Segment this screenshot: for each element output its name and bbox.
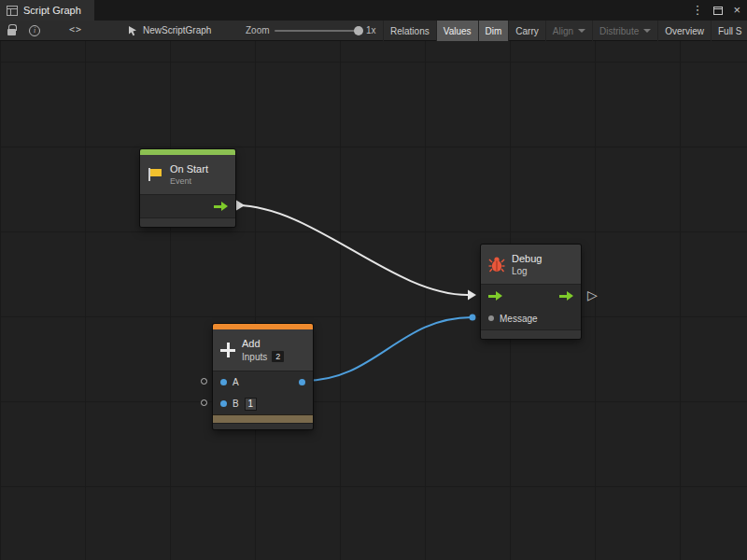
port-label: Message [500, 314, 538, 324]
button-label: Carry [515, 26, 538, 36]
message-input-port[interactable] [488, 315, 494, 321]
node-debug-log[interactable]: Debug Log Message [481, 245, 581, 339]
trigger-input-port[interactable] [488, 291, 502, 301]
graph-toolbar: i <> NewScriptGraph Zoom 1x Relations Va… [0, 21, 747, 41]
code-icon[interactable]: <> [69, 24, 82, 35]
node-header[interactable]: Add Inputs 2 [213, 329, 313, 371]
toolbar-buttons: Relations Values Dim Carry Align Distrib… [383, 21, 747, 41]
zoom-slider-handle[interactable] [354, 26, 363, 35]
window-controls: ⋮ × [691, 0, 740, 21]
node-subtitle: Inputs [242, 352, 267, 362]
inputs-count-badge[interactable]: 2 [272, 351, 284, 362]
tab-title: Script Graph [23, 5, 81, 16]
node-header[interactable]: Debug Log [481, 245, 581, 284]
port-label: A [233, 377, 239, 387]
value-preview-dot [201, 399, 207, 406]
graph-window-icon [7, 6, 18, 16]
toolbar-button-dim[interactable]: Dim [478, 21, 509, 41]
node-title: On Start [170, 163, 208, 175]
node-add[interactable]: Add Inputs 2 A B 1 [213, 324, 313, 429]
button-label: Dim [486, 26, 502, 36]
node-footer [213, 423, 313, 429]
tab-script-graph[interactable]: Script Graph [0, 0, 94, 21]
toolbar-button-align[interactable]: Align [545, 21, 592, 41]
node-title: Add [242, 338, 284, 349]
close-icon[interactable]: × [733, 0, 740, 21]
node-ports: Message [481, 284, 581, 329]
toolbar-button-values[interactable]: Values [436, 21, 478, 41]
button-label: Relations [390, 26, 430, 36]
toolbar-button-overview[interactable]: Overview [657, 21, 711, 41]
button-label: Values [444, 26, 472, 36]
toolbar-button-carry[interactable]: Carry [508, 21, 544, 41]
input-port-a[interactable] [220, 379, 227, 385]
toolbar-button-relations[interactable]: Relations [383, 21, 436, 41]
node-footer [140, 217, 235, 227]
run-triangle-icon[interactable]: ▷ [587, 288, 598, 301]
zoom-slider[interactable] [275, 30, 360, 32]
node-ports: A B 1 [213, 371, 313, 414]
node-ports [140, 194, 235, 217]
lock-icon[interactable] [7, 29, 16, 35]
dropdown-arrow-icon [643, 29, 651, 33]
result-output-port[interactable] [299, 379, 305, 385]
dropdown-arrow-icon [578, 29, 585, 33]
zoom-value: 1x [366, 21, 376, 41]
button-label: Full S [718, 26, 742, 36]
wire-end-arrow [468, 290, 476, 301]
toolbar-button-distribute[interactable]: Distribute [592, 21, 657, 41]
graph-asset-icon [127, 25, 138, 36]
node-subtitle: Log [512, 266, 542, 276]
trigger-output-port[interactable] [559, 291, 573, 301]
bug-icon [488, 257, 505, 273]
wire-value[interactable] [304, 317, 472, 381]
node-header[interactable]: On Start Event [140, 155, 235, 194]
wire-start-arrow [236, 201, 245, 211]
info-icon[interactable]: i [29, 25, 40, 36]
plus-icon [220, 343, 235, 357]
toolbar-button-fullscreen[interactable]: Full S [711, 21, 747, 41]
maximize-icon[interactable] [713, 7, 723, 15]
node-footer-accent [213, 414, 313, 423]
port-b-value-field[interactable]: 1 [245, 398, 257, 411]
graph-name-breadcrumb[interactable]: NewScriptGraph [143, 21, 211, 41]
node-title: Debug [512, 253, 542, 264]
trigger-output-port[interactable] [214, 202, 228, 212]
node-subtitle: Event [170, 176, 208, 186]
script-graph-window: Script Graph ⋮ × i <> NewScriptGraph Zoo… [0, 0, 747, 560]
menu-icon[interactable]: ⋮ [691, 0, 703, 21]
wires-layer [0, 41, 747, 560]
button-label: Overview [665, 26, 704, 36]
input-port-b[interactable] [220, 400, 227, 407]
window-tab-bar: Script Graph ⋮ × [0, 0, 747, 21]
port-label: B [233, 399, 239, 409]
button-label: Align [553, 26, 573, 36]
flag-icon [148, 167, 163, 182]
graph-canvas[interactable]: On Start Event [0, 41, 747, 560]
button-label: Distribute [599, 26, 639, 36]
node-footer [481, 329, 581, 339]
wire-end-dot [470, 315, 476, 321]
zoom-label: Zoom [246, 21, 270, 41]
node-on-start[interactable]: On Start Event [140, 149, 235, 227]
wire-control-flow[interactable] [236, 205, 468, 295]
value-preview-dot [201, 378, 207, 385]
